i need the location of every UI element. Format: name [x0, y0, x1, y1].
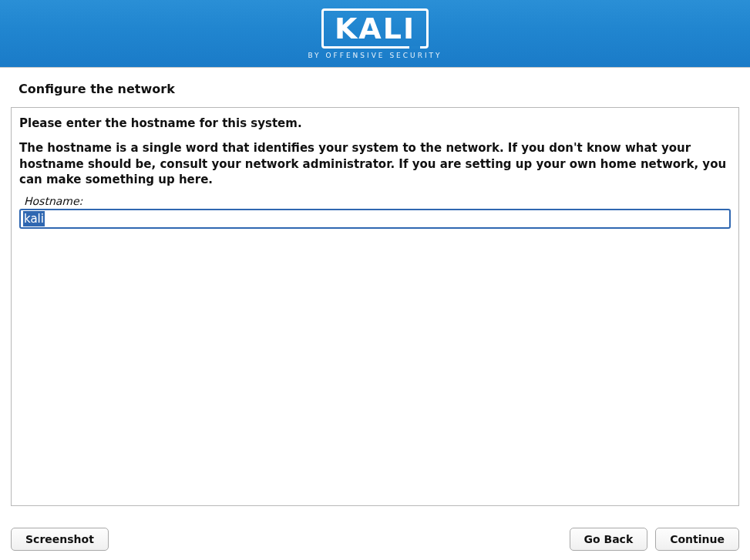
- hostname-label: Hostname:: [24, 195, 731, 207]
- go-back-button[interactable]: Go Back: [570, 528, 648, 551]
- kali-logo-text: KALI: [321, 8, 429, 49]
- kali-logo: KALI BY OFFENSIVE SECURITY: [308, 8, 442, 59]
- main-panel: Please enter the hostname for this syste…: [11, 107, 739, 506]
- header-banner: KALI BY OFFENSIVE SECURITY: [0, 0, 750, 68]
- prompt-description: The hostname is a single word that ident…: [19, 140, 731, 187]
- hostname-input-wrap: kali: [19, 209, 731, 229]
- nav-button-group: Go Back Continue: [570, 528, 740, 551]
- page-title: Configure the network: [0, 68, 750, 96]
- kali-logo-subtitle: BY OFFENSIVE SECURITY: [308, 52, 442, 59]
- button-bar: Screenshot Go Back Continue: [0, 528, 750, 551]
- hostname-input[interactable]: [19, 209, 731, 229]
- prompt-heading: Please enter the hostname for this syste…: [19, 116, 731, 131]
- screenshot-button[interactable]: Screenshot: [11, 528, 109, 551]
- continue-button[interactable]: Continue: [655, 528, 739, 551]
